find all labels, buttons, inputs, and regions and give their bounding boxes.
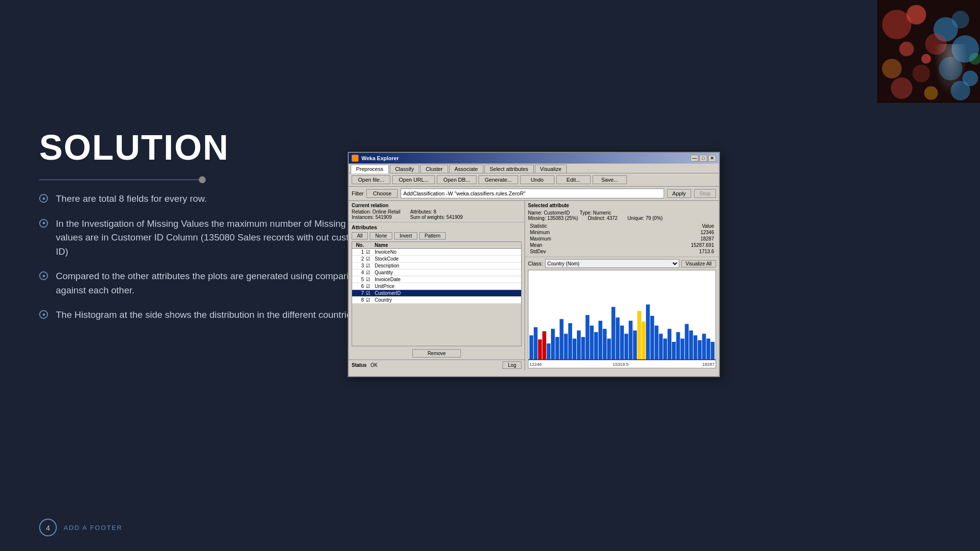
class-select[interactable]: Country (Nom): [545, 259, 679, 268]
bullet-text-1: There are total 8 fields for every row.: [56, 192, 207, 206]
tab-visualize[interactable]: Visualize: [535, 165, 567, 173]
chart-x-max: 18287: [702, 362, 715, 367]
open-db-button[interactable]: Open DB...: [437, 175, 476, 184]
bullet-text-3: Compared to the other attributes the plo…: [56, 269, 372, 297]
svg-rect-44: [650, 316, 654, 360]
table-row[interactable]: 6 ☑ UnitPrice: [352, 283, 521, 290]
divider-dot: [199, 176, 206, 183]
relation-col-2: Attributes: 8 Sum of weights: 541909: [410, 209, 463, 220]
attr-type-info: Type: Numeric: [580, 210, 611, 216]
attr-none-button[interactable]: None: [370, 232, 392, 240]
attr-name-2: StockCode: [375, 256, 519, 262]
svg-rect-23: [560, 319, 564, 360]
weka-left-panel: Current relation Relation: Online Retail…: [349, 201, 525, 370]
tab-preprocess[interactable]: Preprocess: [351, 165, 389, 173]
svg-rect-51: [680, 338, 684, 359]
stat-label-mean: Mean: [528, 242, 619, 248]
stat-value-header: Value: [619, 223, 716, 229]
weka-window-controls[interactable]: — □ ✕: [691, 155, 716, 162]
table-row: Statistic Value: [528, 223, 716, 229]
svg-rect-16: [529, 335, 533, 360]
weka-explorer-window: Weka Explorer — □ ✕ Preprocess Classify …: [348, 152, 720, 377]
table-row: Minimum 12346: [528, 229, 716, 236]
bullet-icon-4: [39, 310, 48, 319]
open-file-button[interactable]: Open file...: [352, 175, 390, 184]
tab-classify[interactable]: Classify: [390, 165, 420, 173]
weka-minimize-button[interactable]: —: [691, 155, 698, 162]
attr-table-header: No. Name: [352, 242, 521, 249]
chart-x-min: 12246: [529, 362, 542, 367]
current-relation-row: Relation: Online Retail Instances: 54190…: [352, 209, 522, 220]
table-row[interactable]: 3 ☑ Description: [352, 263, 521, 269]
attributes-button-row: All None Invert Pattern: [349, 231, 525, 240]
weka-titlebar: Weka Explorer — □ ✕: [349, 153, 719, 164]
attr-all-button[interactable]: All: [352, 232, 368, 240]
visualize-all-button[interactable]: Visualize All: [681, 260, 716, 267]
open-url-button[interactable]: Open URL...: [392, 175, 435, 184]
save-button[interactable]: Save...: [593, 175, 627, 184]
status-text: OK: [371, 362, 499, 368]
attr-name-3: Description: [375, 263, 519, 268]
svg-rect-45: [655, 326, 659, 360]
svg-point-3: [952, 11, 969, 28]
undo-button[interactable]: Undo: [520, 175, 554, 184]
table-row[interactable]: 8 ☑ Country: [352, 297, 521, 304]
table-row[interactable]: 1 ☑ InvoiceNo: [352, 249, 521, 256]
selected-attr-info-2: Missing: 135083 (25%) Distinct: 4372 Uni…: [528, 216, 716, 221]
relation-col-1: Relation: Online Retail Instances: 54190…: [352, 209, 401, 220]
attr-remove-button[interactable]: Remove: [412, 349, 461, 358]
footer-number: 4: [39, 519, 57, 536]
svg-rect-24: [564, 334, 568, 359]
svg-rect-32: [598, 321, 602, 360]
histogram-chart: 12246 15319.5 18287: [528, 270, 716, 368]
svg-rect-29: [586, 315, 590, 359]
svg-rect-26: [573, 338, 576, 359]
edit-button[interactable]: Edit...: [556, 175, 591, 184]
attr-name-4: Quantity: [375, 270, 519, 275]
attr-pattern-button[interactable]: Pattern: [419, 232, 446, 240]
tab-select-attributes[interactable]: Select attributes: [484, 165, 534, 173]
svg-rect-19: [542, 331, 546, 359]
filter-input[interactable]: [401, 189, 664, 198]
log-button[interactable]: Log: [502, 361, 522, 369]
selected-attr-title: Selected attribute: [528, 203, 716, 208]
table-row[interactable]: 5 ☑ InvoiceDate: [352, 276, 521, 283]
table-row[interactable]: 2 ☑ StockCode: [352, 256, 521, 263]
bullet-text-4: The Histogram at the side shows the dist…: [56, 308, 359, 322]
weka-title-group: Weka Explorer: [352, 155, 399, 162]
svg-rect-35: [611, 307, 615, 360]
attr-name-info: Name: CustomerID: [528, 210, 570, 216]
svg-rect-52: [685, 324, 689, 359]
tab-cluster[interactable]: Cluster: [420, 165, 448, 173]
footer: 4 ADD A FOOTER: [39, 519, 122, 536]
attr-distinct-info: Distinct: 4372: [588, 216, 618, 221]
svg-point-15: [921, 54, 931, 64]
attributes-header: Attributes: [349, 222, 525, 231]
filter-stop-button[interactable]: Stop: [694, 189, 716, 198]
attr-invert-button[interactable]: Invert: [394, 232, 417, 240]
weka-maximize-button[interactable]: □: [699, 155, 707, 162]
filter-choose-button[interactable]: Choose: [366, 189, 398, 198]
svg-rect-25: [568, 323, 572, 360]
filter-apply-button[interactable]: Apply: [667, 189, 692, 198]
tab-associate[interactable]: Associate: [449, 165, 483, 173]
svg-rect-58: [711, 342, 715, 359]
svg-rect-56: [702, 334, 706, 359]
col-no: No.: [354, 242, 364, 248]
weka-close-button[interactable]: ✕: [708, 155, 716, 162]
svg-rect-38: [624, 334, 628, 359]
stat-value-minimum: 12346: [619, 229, 716, 236]
stat-label-stddev: StdDev: [528, 248, 619, 255]
weka-app-icon: [352, 155, 359, 162]
svg-rect-42: [642, 321, 645, 359]
generate-button[interactable]: Generate...: [478, 175, 518, 184]
table-row[interactable]: 4 ☑ Quantity: [352, 269, 521, 276]
weka-title-text: Weka Explorer: [361, 155, 399, 161]
weka-right-panel: Selected attribute Name: CustomerID Type…: [525, 201, 719, 370]
stat-label-minimum: Minimum: [528, 229, 619, 236]
table-row-selected[interactable]: 7 ☑ CustomerID: [352, 290, 521, 297]
svg-rect-33: [603, 329, 607, 359]
list-item: There are total 8 fields for every row.: [39, 192, 372, 206]
list-item: Compared to the other attributes the plo…: [39, 269, 372, 297]
svg-rect-21: [551, 329, 555, 359]
